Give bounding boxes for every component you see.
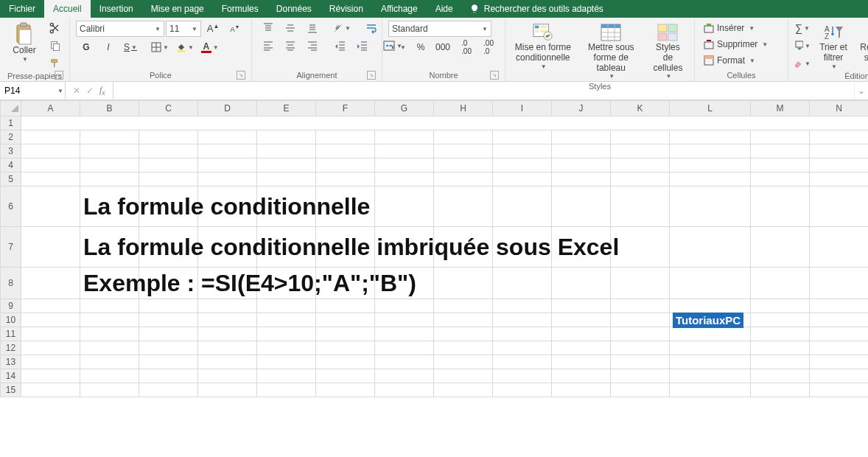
svg-rect-22 (658, 33, 667, 41)
row-header[interactable]: 15 (1, 383, 21, 397)
bold-button[interactable]: G (76, 40, 97, 55)
copy-button[interactable] (47, 38, 63, 53)
fill-color-button[interactable]: ▼ (173, 40, 197, 55)
number-dialog-launcher[interactable]: ↘ (490, 71, 499, 80)
percent-format-button[interactable]: % (410, 40, 431, 55)
tab-formules[interactable]: Formules (213, 0, 267, 18)
format-painter-button[interactable] (47, 56, 63, 71)
row-header[interactable]: 13 (1, 355, 21, 369)
row-header[interactable]: 5 (1, 172, 21, 186)
tab-donnees[interactable]: Données (267, 0, 321, 18)
cell-B8[interactable]: Exemple : =SI(E4>10;"A";"B") (80, 268, 139, 299)
select-all-button[interactable] (1, 101, 21, 116)
grid[interactable]: A B C D E F G H I J K L M N 1 2 3 4 5 6 … (0, 100, 868, 457)
grow-font-button[interactable]: A▲ (203, 21, 223, 36)
cell-B6[interactable]: La formule conditionnelle (80, 186, 139, 227)
col-header[interactable]: M (751, 101, 810, 116)
tab-fichier[interactable]: Fichier (0, 0, 44, 18)
name-box[interactable]: ▼ (0, 82, 66, 100)
font-size-select[interactable]: 11▼ (166, 21, 201, 37)
underline-button[interactable]: S▼ (120, 40, 141, 55)
tab-insertion[interactable]: Insertion (91, 0, 142, 18)
row-header[interactable]: 2 (1, 130, 21, 144)
tab-revision[interactable]: Révision (321, 0, 372, 18)
increase-indent-button[interactable] (352, 38, 373, 53)
cell-styles-button[interactable]: Styles de cellules▼ (648, 21, 688, 82)
formula-bar: ▼ ✕ ✓ fx ⌄ (0, 82, 868, 100)
increase-decimal-button[interactable]: .0.00 (456, 40, 477, 55)
align-bottom-button[interactable] (302, 21, 323, 35)
col-header[interactable]: H (434, 101, 493, 116)
align-left-button[interactable] (258, 38, 279, 53)
tab-affichage[interactable]: Affichage (372, 0, 427, 18)
find-select-button[interactable]: Rechercher et sélectionner▼ (856, 21, 868, 71)
format-as-table-button[interactable]: Mettre sous forme de tableau▼ (579, 21, 643, 82)
row-header[interactable]: 14 (1, 369, 21, 383)
delete-cells-button[interactable]: Supprimer▼ (701, 37, 771, 52)
row-header[interactable]: 4 (1, 158, 21, 172)
col-header[interactable]: N (810, 101, 869, 116)
tab-aide[interactable]: Aide (427, 0, 462, 18)
tab-accueil[interactable]: Accueil (44, 0, 91, 18)
row-header[interactable]: 11 (1, 327, 21, 341)
align-top-button[interactable] (258, 21, 279, 35)
col-header[interactable]: C (139, 101, 198, 116)
align-dialog-launcher[interactable]: ↘ (367, 71, 376, 80)
col-header[interactable]: I (493, 101, 552, 116)
col-header[interactable]: G (375, 101, 434, 116)
number-format-select[interactable]: Standard▼ (388, 21, 491, 37)
paste-button[interactable]: Coller ▼ (6, 21, 43, 64)
shrink-font-button[interactable]: A▼ (225, 21, 245, 36)
cancel-entry-button[interactable]: ✕ (73, 86, 80, 96)
tell-me-search[interactable]: Rechercher des outils adaptés (462, 0, 603, 18)
col-header[interactable]: K (611, 101, 670, 116)
col-header[interactable]: D (198, 101, 257, 116)
row-header[interactable]: 1 (1, 116, 21, 130)
row-header[interactable]: 10 (1, 313, 21, 327)
insert-cells-button[interactable]: Insérer▼ (701, 21, 757, 35)
comma-format-button[interactable]: 000 (433, 40, 453, 55)
col-header[interactable]: A (21, 101, 80, 116)
col-header[interactable]: L (670, 101, 751, 116)
orientation-button[interactable]: ab▼ (330, 21, 354, 35)
expand-formula-bar-button[interactable]: ⌄ (854, 82, 868, 100)
row-header[interactable]: 7 (1, 227, 21, 268)
cut-button[interactable] (47, 21, 63, 35)
borders-button[interactable]: ▼ (148, 40, 172, 55)
font-name-select[interactable]: Calibri▼ (76, 21, 164, 37)
accounting-format-button[interactable]: ₣▼ (388, 40, 409, 55)
autosum-button[interactable]: ∑▼ (794, 21, 811, 35)
col-header[interactable]: B (80, 101, 139, 116)
col-header[interactable]: F (316, 101, 375, 116)
align-right-button[interactable] (302, 38, 323, 53)
formula-input[interactable] (113, 82, 854, 100)
format-cells-button[interactable]: Format▼ (701, 53, 758, 68)
confirm-entry-button[interactable]: ✓ (86, 86, 94, 96)
row-header[interactable]: 3 (1, 144, 21, 158)
row-header[interactable]: 8 (1, 268, 21, 299)
font-color-button[interactable]: A▼ (198, 40, 222, 55)
sort-filter-button[interactable]: AZ Trier et filtrer▼ (815, 21, 852, 71)
clear-button[interactable]: ▼ (794, 56, 811, 71)
cell-B7[interactable]: La formule conditionnelle imbriquée sous… (80, 227, 139, 268)
align-center-button[interactable] (280, 38, 301, 53)
conditional-formatting-button[interactable]: Mise en forme conditionnelle▼ (511, 21, 575, 71)
decrease-indent-button[interactable] (330, 38, 351, 53)
fill-button[interactable]: ▼ (794, 38, 811, 53)
align-middle-button[interactable] (280, 21, 301, 35)
wrap-text-button[interactable] (361, 21, 382, 35)
name-box-dropdown[interactable]: ▼ (56, 88, 65, 94)
clipboard-dialog-launcher[interactable]: ↘ (55, 71, 63, 80)
decrease-decimal-button[interactable]: .00.0 (478, 40, 499, 55)
row-header[interactable]: 6 (1, 186, 21, 227)
insert-function-button[interactable]: fx (99, 85, 105, 97)
name-box-input[interactable] (0, 86, 56, 96)
col-header[interactable]: J (552, 101, 611, 116)
italic-button[interactable]: I (98, 40, 119, 55)
font-dialog-launcher[interactable]: ↘ (237, 71, 245, 80)
tab-mise-en-page[interactable]: Mise en page (142, 0, 213, 18)
row-header[interactable]: 12 (1, 341, 21, 355)
row-header[interactable]: 9 (1, 299, 21, 313)
cell-L10[interactable]: TutoriauxPC (670, 313, 751, 327)
col-header[interactable]: E (257, 101, 316, 116)
